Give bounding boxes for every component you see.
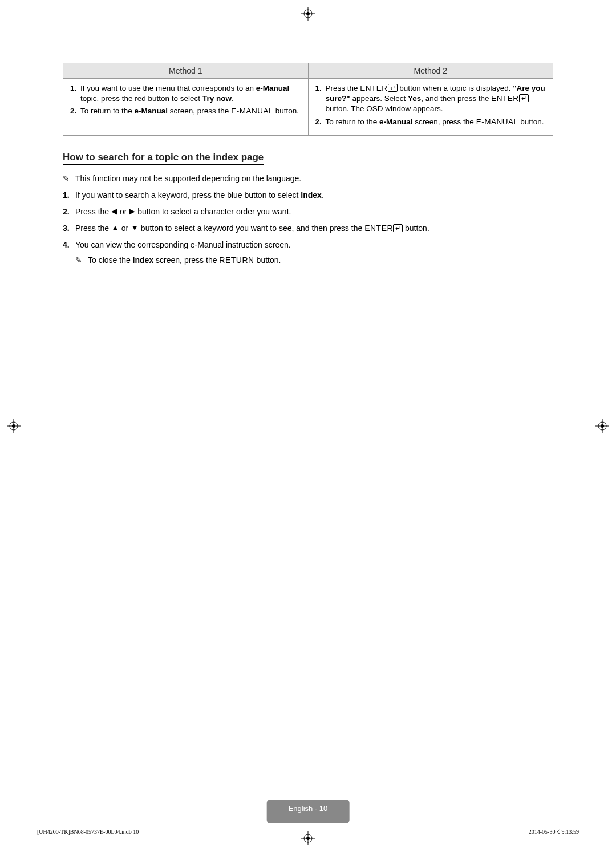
crop-mark	[3, 22, 26, 22]
list-item-text: Press the ▲ or ▼ button to select a keyw…	[75, 222, 553, 234]
note-icon: ✎	[75, 254, 88, 266]
footer-filename: [UH4200-TK]BN68-05737E-00L04.indb 10	[37, 829, 139, 835]
note-icon: ✎	[63, 173, 75, 185]
table-cell-method2: 1. Press the ENTER↵ button when a topic …	[308, 79, 553, 136]
list-item-text: If you want to search a keyword, press t…	[75, 189, 553, 201]
registration-mark-icon	[301, 7, 315, 21]
list-number: 3.	[63, 222, 75, 234]
enter-icon: ↵	[388, 84, 398, 92]
page-number-badge: English - 10	[267, 800, 350, 823]
table-header-method1: Method 1	[63, 63, 309, 79]
list-number: 4.	[63, 239, 75, 266]
list-item-text: To return to the e-Manual screen, press …	[326, 117, 546, 127]
enter-icon: ↵	[393, 224, 403, 232]
crop-mark	[3, 830, 26, 830]
page-content: Method 1 Method 2 1. If you want to use …	[63, 63, 553, 784]
list-number: 2.	[315, 117, 326, 127]
crop-mark	[590, 22, 613, 22]
list-number: 2.	[63, 206, 75, 218]
list-item-text: If you want to use the menu that corresp…	[80, 83, 301, 104]
list-number: 2.	[70, 106, 80, 116]
registration-mark-icon	[7, 419, 21, 433]
list-number: 1.	[315, 83, 326, 115]
crop-mark	[27, 2, 27, 22]
registration-mark-icon	[595, 419, 609, 433]
note-text: To close the Index screen, press the RET…	[88, 254, 281, 266]
down-arrow-icon: ▼	[131, 222, 139, 234]
crop-mark	[589, 2, 589, 22]
left-arrow-icon: ◀	[111, 205, 117, 217]
footer-timestamp: 2014-05-30 ☇ 9:13:59	[529, 829, 579, 835]
list-item-text: Press the ◀ or ▶ button to select a char…	[75, 206, 553, 218]
crop-mark	[590, 830, 613, 830]
right-arrow-icon: ▶	[129, 205, 135, 217]
up-arrow-icon: ▲	[111, 222, 119, 234]
list-number: 1.	[70, 83, 80, 104]
list-item-text: To return to the e-Manual screen, press …	[80, 106, 301, 116]
methods-table: Method 1 Method 2 1. If you want to use …	[63, 63, 553, 136]
note-text: This function may not be supported depen…	[75, 173, 553, 185]
table-cell-method1: 1. If you want to use the menu that corr…	[63, 79, 309, 136]
enter-icon: ↵	[519, 94, 529, 102]
registration-mark-icon	[301, 831, 315, 845]
table-header-method2: Method 2	[308, 63, 553, 79]
crop-mark	[27, 830, 27, 850]
list-item-text: You can view the corresponding e-Manual …	[75, 239, 553, 266]
crop-mark	[589, 830, 589, 850]
list-number: 1.	[63, 189, 75, 201]
section-heading: How to search for a topic on the index p…	[63, 152, 264, 165]
list-item-text: Press the ENTER↵ button when a topic is …	[326, 83, 546, 115]
